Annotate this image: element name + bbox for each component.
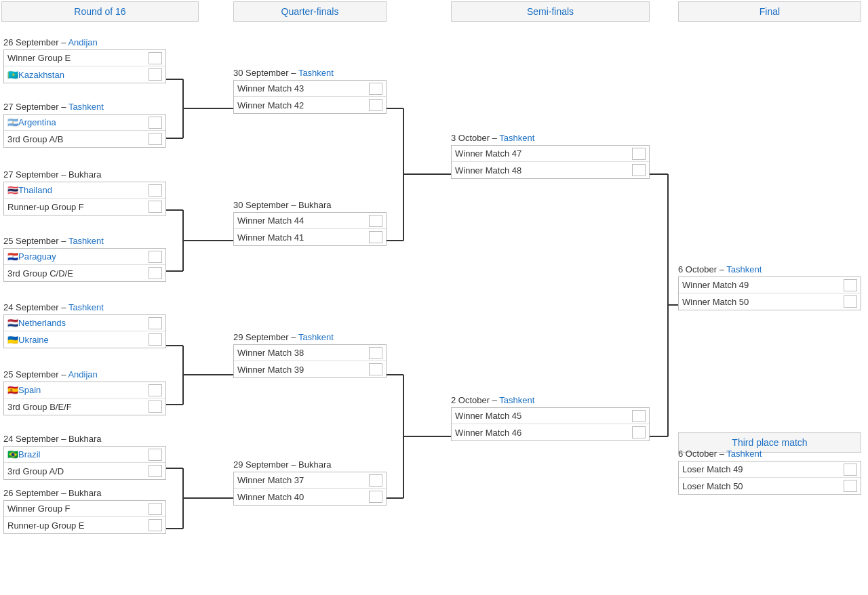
score-box <box>632 426 646 438</box>
qf-date-3: 29 September – Tashkent <box>233 332 334 342</box>
score-box <box>369 99 382 111</box>
sf-match45-team1: Winner Match 45 <box>452 408 649 424</box>
r16-date-6: 25 September – Andijan <box>3 369 98 379</box>
qf-match37-team2: Winner Match 40 <box>234 489 386 505</box>
r16-match4: 🇵🇾 Paraguay 3rd Group C/D/E <box>3 248 166 282</box>
r16-match2-team1: 🇦🇷 Argentina <box>4 115 165 131</box>
score-box <box>149 184 162 197</box>
score-box <box>369 83 382 95</box>
r16-match1-team2: 🇰🇿 Kazakhstan <box>4 66 165 83</box>
r16-match6: 🇪🇸 Spain 3rd Group B/E/F <box>3 382 166 415</box>
r16-date-3: 27 September – Bukhara <box>3 169 102 180</box>
qf-match37-team1: Winner Match 37 <box>234 472 386 489</box>
qf-date-4: 29 September – Bukhara <box>233 459 332 470</box>
sf-match47-team1: Winner Match 47 <box>452 146 649 162</box>
r16-match5-team2: 🇺🇦 Ukraine <box>4 331 165 348</box>
r16-match3: 🇹🇭 Thailand Runner-up Group F <box>3 182 166 216</box>
score-box <box>149 201 162 213</box>
score-box <box>149 251 162 263</box>
score-box <box>149 465 162 477</box>
score-box <box>149 133 162 145</box>
r16-match5: 🇳🇱 Netherlands 🇺🇦 Ukraine <box>3 314 166 348</box>
score-box <box>369 474 382 487</box>
r16-match7: 🇧🇷 Brazil 3rd Group A/D <box>3 446 166 480</box>
final-team2: Winner Match 50 <box>679 293 861 310</box>
r16-match3-team1: 🇹🇭 Thailand <box>4 182 165 199</box>
score-box <box>632 410 646 422</box>
qf-match38-team1: Winner Match 38 <box>234 345 386 361</box>
score-box <box>844 279 857 291</box>
final-match: Winner Match 49 Winner Match 50 <box>678 276 861 310</box>
sf-date-2: 2 October – Tashkent <box>451 395 534 405</box>
qf-match44: Winner Match 44 Winner Match 41 <box>233 212 387 246</box>
r16-match8: Winner Group F Runner-up Group E <box>3 500 166 534</box>
qf-match43: Winner Match 43 Winner Match 42 <box>233 80 387 114</box>
qf-match43-team1: Winner Match 43 <box>234 81 386 97</box>
score-box <box>844 295 857 308</box>
score-box <box>369 215 382 227</box>
r16-date-1: 26 September – Andijan <box>3 37 98 47</box>
final-date: 6 October – Tashkent <box>678 264 762 274</box>
header-qf: Quarter-finals <box>233 1 387 22</box>
score-box <box>369 347 382 359</box>
score-box <box>632 164 646 176</box>
header-sf: Semi-finals <box>451 1 650 22</box>
score-box <box>149 401 162 413</box>
score-box <box>844 464 857 476</box>
score-box <box>149 333 162 346</box>
header-final: Final <box>678 1 861 22</box>
qf-date-2: 30 September – Bukhara <box>233 200 332 210</box>
r16-date-8: 26 September – Bukhara <box>3 488 102 498</box>
r16-match7-team2: 3rd Group A/D <box>4 463 165 479</box>
score-box <box>844 480 857 492</box>
qf-match37: Winner Match 37 Winner Match 40 <box>233 472 387 506</box>
r16-match3-team2: Runner-up Group F <box>4 199 165 215</box>
third-place-date: 6 October – Tashkent <box>678 449 762 459</box>
score-box <box>149 68 162 81</box>
qf-match44-team1: Winner Match 44 <box>234 213 386 229</box>
r16-match2: 🇦🇷 Argentina 3rd Group A/B <box>3 114 166 148</box>
r16-date-2: 27 September – Tashkent <box>3 102 104 112</box>
r16-match4-team2: 3rd Group C/D/E <box>4 265 165 281</box>
r16-match5-team1: 🇳🇱 Netherlands <box>4 315 165 331</box>
r16-match6-team1: 🇪🇸 Spain <box>4 382 165 398</box>
score-box <box>149 384 162 396</box>
r16-date-5: 24 September – Tashkent <box>3 302 104 312</box>
score-box <box>369 231 382 243</box>
qf-date-1: 30 September – Tashkent <box>233 68 334 78</box>
score-box <box>149 317 162 329</box>
third-place-team2: Loser Match 50 <box>679 478 861 494</box>
score-box <box>149 449 162 461</box>
sf-date-1: 3 October – Tashkent <box>451 133 534 143</box>
score-box <box>632 148 646 160</box>
score-box <box>369 491 382 503</box>
third-place-team1: Loser Match 49 <box>679 461 861 478</box>
score-box <box>149 52 162 64</box>
qf-match44-team2: Winner Match 41 <box>234 229 386 245</box>
r16-match8-team2: Runner-up Group E <box>4 517 165 533</box>
third-place-match: Loser Match 49 Loser Match 50 <box>678 461 861 495</box>
score-box <box>149 519 162 531</box>
score-box <box>149 117 162 129</box>
sf-match47: Winner Match 47 Winner Match 48 <box>451 145 650 179</box>
header-r16: Round of 16 <box>1 1 199 22</box>
score-box <box>149 503 162 515</box>
r16-date-4: 25 September – Tashkent <box>3 236 104 246</box>
score-box <box>149 267 162 279</box>
qf-match38-team2: Winner Match 39 <box>234 361 386 377</box>
r16-match1-team1: Winner Group E <box>4 50 165 66</box>
r16-date-7: 24 September – Bukhara <box>3 434 102 444</box>
qf-match43-team2: Winner Match 42 <box>234 97 386 113</box>
final-team1: Winner Match 49 <box>679 277 861 293</box>
sf-match47-team2: Winner Match 48 <box>452 162 649 178</box>
r16-match6-team2: 3rd Group B/E/F <box>4 398 165 415</box>
r16-match1: Winner Group E 🇰🇿 Kazakhstan <box>3 49 166 83</box>
r16-match7-team1: 🇧🇷 Brazil <box>4 447 165 463</box>
sf-match45: Winner Match 45 Winner Match 46 <box>451 407 650 441</box>
r16-match8-team1: Winner Group F <box>4 501 165 517</box>
score-box <box>369 363 382 375</box>
r16-match2-team2: 3rd Group A/B <box>4 131 165 147</box>
bracket-container: Round of 16 Quarter-finals Semi-finals F… <box>0 0 868 595</box>
sf-match45-team2: Winner Match 46 <box>452 424 649 440</box>
r16-match4-team1: 🇵🇾 Paraguay <box>4 249 165 265</box>
